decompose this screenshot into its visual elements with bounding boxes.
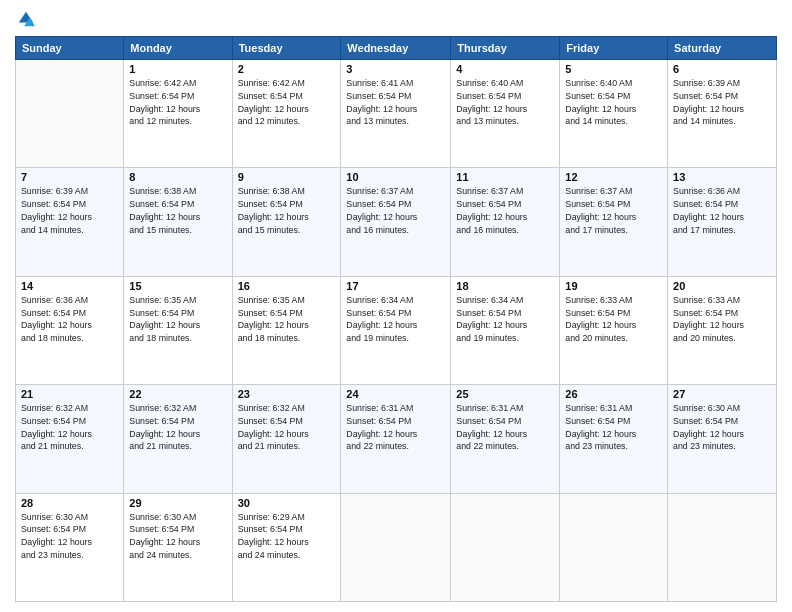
table-row: 7Sunrise: 6:39 AM Sunset: 6:54 PM Daylig… — [16, 168, 124, 276]
day-number: 5 — [565, 63, 662, 75]
table-row: 20Sunrise: 6:33 AM Sunset: 6:54 PM Dayli… — [668, 276, 777, 384]
table-row: 21Sunrise: 6:32 AM Sunset: 6:54 PM Dayli… — [16, 385, 124, 493]
table-row: 12Sunrise: 6:37 AM Sunset: 6:54 PM Dayli… — [560, 168, 668, 276]
day-number: 4 — [456, 63, 554, 75]
day-info: Sunrise: 6:30 AM Sunset: 6:54 PM Dayligh… — [129, 511, 226, 562]
table-row: 16Sunrise: 6:35 AM Sunset: 6:54 PM Dayli… — [232, 276, 341, 384]
page: SundayMondayTuesdayWednesdayThursdayFrid… — [0, 0, 792, 612]
calendar-week-5: 28Sunrise: 6:30 AM Sunset: 6:54 PM Dayli… — [16, 493, 777, 601]
table-row: 9Sunrise: 6:38 AM Sunset: 6:54 PM Daylig… — [232, 168, 341, 276]
logo — [15, 10, 35, 28]
day-number: 22 — [129, 388, 226, 400]
calendar-header-saturday: Saturday — [668, 37, 777, 60]
day-info: Sunrise: 6:37 AM Sunset: 6:54 PM Dayligh… — [565, 185, 662, 236]
day-number: 1 — [129, 63, 226, 75]
table-row: 24Sunrise: 6:31 AM Sunset: 6:54 PM Dayli… — [341, 385, 451, 493]
day-number: 30 — [238, 497, 336, 509]
table-row: 18Sunrise: 6:34 AM Sunset: 6:54 PM Dayli… — [451, 276, 560, 384]
calendar-header-sunday: Sunday — [16, 37, 124, 60]
day-info: Sunrise: 6:36 AM Sunset: 6:54 PM Dayligh… — [21, 294, 118, 345]
day-number: 24 — [346, 388, 445, 400]
day-info: Sunrise: 6:42 AM Sunset: 6:54 PM Dayligh… — [129, 77, 226, 128]
table-row: 26Sunrise: 6:31 AM Sunset: 6:54 PM Dayli… — [560, 385, 668, 493]
table-row: 1Sunrise: 6:42 AM Sunset: 6:54 PM Daylig… — [124, 60, 232, 168]
day-number: 16 — [238, 280, 336, 292]
day-number: 27 — [673, 388, 771, 400]
day-number: 7 — [21, 171, 118, 183]
calendar-header-monday: Monday — [124, 37, 232, 60]
day-info: Sunrise: 6:37 AM Sunset: 6:54 PM Dayligh… — [456, 185, 554, 236]
calendar-table: SundayMondayTuesdayWednesdayThursdayFrid… — [15, 36, 777, 602]
table-row: 8Sunrise: 6:38 AM Sunset: 6:54 PM Daylig… — [124, 168, 232, 276]
day-number: 17 — [346, 280, 445, 292]
day-number: 8 — [129, 171, 226, 183]
day-info: Sunrise: 6:33 AM Sunset: 6:54 PM Dayligh… — [673, 294, 771, 345]
table-row: 17Sunrise: 6:34 AM Sunset: 6:54 PM Dayli… — [341, 276, 451, 384]
day-number: 23 — [238, 388, 336, 400]
day-number: 12 — [565, 171, 662, 183]
table-row: 14Sunrise: 6:36 AM Sunset: 6:54 PM Dayli… — [16, 276, 124, 384]
day-info: Sunrise: 6:40 AM Sunset: 6:54 PM Dayligh… — [456, 77, 554, 128]
day-info: Sunrise: 6:30 AM Sunset: 6:54 PM Dayligh… — [673, 402, 771, 453]
calendar-header-wednesday: Wednesday — [341, 37, 451, 60]
day-info: Sunrise: 6:33 AM Sunset: 6:54 PM Dayligh… — [565, 294, 662, 345]
table-row: 13Sunrise: 6:36 AM Sunset: 6:54 PM Dayli… — [668, 168, 777, 276]
day-info: Sunrise: 6:31 AM Sunset: 6:54 PM Dayligh… — [346, 402, 445, 453]
table-row: 6Sunrise: 6:39 AM Sunset: 6:54 PM Daylig… — [668, 60, 777, 168]
day-info: Sunrise: 6:32 AM Sunset: 6:54 PM Dayligh… — [238, 402, 336, 453]
day-number: 2 — [238, 63, 336, 75]
day-number: 29 — [129, 497, 226, 509]
day-info: Sunrise: 6:35 AM Sunset: 6:54 PM Dayligh… — [238, 294, 336, 345]
day-info: Sunrise: 6:36 AM Sunset: 6:54 PM Dayligh… — [673, 185, 771, 236]
logo-icon — [17, 10, 35, 28]
day-info: Sunrise: 6:32 AM Sunset: 6:54 PM Dayligh… — [21, 402, 118, 453]
calendar-header-row: SundayMondayTuesdayWednesdayThursdayFrid… — [16, 37, 777, 60]
day-number: 11 — [456, 171, 554, 183]
day-info: Sunrise: 6:34 AM Sunset: 6:54 PM Dayligh… — [346, 294, 445, 345]
table-row: 11Sunrise: 6:37 AM Sunset: 6:54 PM Dayli… — [451, 168, 560, 276]
table-row: 15Sunrise: 6:35 AM Sunset: 6:54 PM Dayli… — [124, 276, 232, 384]
table-row: 5Sunrise: 6:40 AM Sunset: 6:54 PM Daylig… — [560, 60, 668, 168]
table-row: 25Sunrise: 6:31 AM Sunset: 6:54 PM Dayli… — [451, 385, 560, 493]
day-info: Sunrise: 6:39 AM Sunset: 6:54 PM Dayligh… — [21, 185, 118, 236]
day-number: 26 — [565, 388, 662, 400]
day-number: 28 — [21, 497, 118, 509]
day-info: Sunrise: 6:38 AM Sunset: 6:54 PM Dayligh… — [238, 185, 336, 236]
day-number: 21 — [21, 388, 118, 400]
day-info: Sunrise: 6:30 AM Sunset: 6:54 PM Dayligh… — [21, 511, 118, 562]
calendar-header-friday: Friday — [560, 37, 668, 60]
calendar-header-thursday: Thursday — [451, 37, 560, 60]
day-info: Sunrise: 6:34 AM Sunset: 6:54 PM Dayligh… — [456, 294, 554, 345]
table-row — [560, 493, 668, 601]
day-number: 3 — [346, 63, 445, 75]
day-number: 14 — [21, 280, 118, 292]
calendar-week-1: 1Sunrise: 6:42 AM Sunset: 6:54 PM Daylig… — [16, 60, 777, 168]
day-number: 6 — [673, 63, 771, 75]
calendar-header-tuesday: Tuesday — [232, 37, 341, 60]
table-row — [16, 60, 124, 168]
day-info: Sunrise: 6:40 AM Sunset: 6:54 PM Dayligh… — [565, 77, 662, 128]
day-number: 19 — [565, 280, 662, 292]
calendar-week-2: 7Sunrise: 6:39 AM Sunset: 6:54 PM Daylig… — [16, 168, 777, 276]
day-number: 10 — [346, 171, 445, 183]
table-row: 19Sunrise: 6:33 AM Sunset: 6:54 PM Dayli… — [560, 276, 668, 384]
table-row: 30Sunrise: 6:29 AM Sunset: 6:54 PM Dayli… — [232, 493, 341, 601]
calendar-week-3: 14Sunrise: 6:36 AM Sunset: 6:54 PM Dayli… — [16, 276, 777, 384]
table-row: 3Sunrise: 6:41 AM Sunset: 6:54 PM Daylig… — [341, 60, 451, 168]
table-row — [668, 493, 777, 601]
day-info: Sunrise: 6:35 AM Sunset: 6:54 PM Dayligh… — [129, 294, 226, 345]
calendar-week-4: 21Sunrise: 6:32 AM Sunset: 6:54 PM Dayli… — [16, 385, 777, 493]
table-row: 27Sunrise: 6:30 AM Sunset: 6:54 PM Dayli… — [668, 385, 777, 493]
day-info: Sunrise: 6:29 AM Sunset: 6:54 PM Dayligh… — [238, 511, 336, 562]
table-row — [341, 493, 451, 601]
table-row: 4Sunrise: 6:40 AM Sunset: 6:54 PM Daylig… — [451, 60, 560, 168]
day-info: Sunrise: 6:31 AM Sunset: 6:54 PM Dayligh… — [456, 402, 554, 453]
day-number: 25 — [456, 388, 554, 400]
header — [15, 10, 777, 28]
table-row: 29Sunrise: 6:30 AM Sunset: 6:54 PM Dayli… — [124, 493, 232, 601]
day-info: Sunrise: 6:37 AM Sunset: 6:54 PM Dayligh… — [346, 185, 445, 236]
day-number: 20 — [673, 280, 771, 292]
day-info: Sunrise: 6:39 AM Sunset: 6:54 PM Dayligh… — [673, 77, 771, 128]
table-row: 28Sunrise: 6:30 AM Sunset: 6:54 PM Dayli… — [16, 493, 124, 601]
table-row — [451, 493, 560, 601]
